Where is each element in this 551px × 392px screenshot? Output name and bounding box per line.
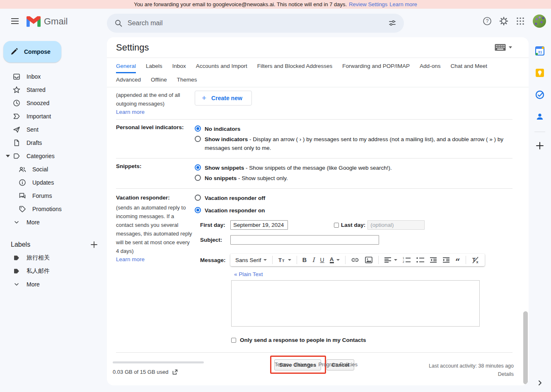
plain-text-toggle[interactable]: « Plain Text: [234, 271, 487, 277]
radio-show-snippets[interactable]: Show snippets - Show snippets of the mes…: [195, 164, 512, 172]
vacation-message-textarea[interactable]: [231, 280, 480, 327]
tasks-panel-button[interactable]: [532, 87, 548, 103]
footer-links: Terms · Privacy · Program Policies: [275, 362, 358, 368]
font-size-button[interactable]: T T: [278, 257, 291, 263]
radio-selected-icon[interactable]: [195, 164, 201, 171]
sidebar-item-forums[interactable]: Forums: [0, 189, 107, 202]
text-color-button[interactable]: A: [330, 257, 340, 263]
italic-button[interactable]: I: [312, 256, 314, 264]
vertical-scrollbar[interactable]: [523, 311, 528, 384]
sidebar-item-inbox[interactable]: Inbox: [0, 70, 107, 83]
sidebar-label-travel[interactable]: 旅行相关: [0, 251, 107, 265]
tab-themes[interactable]: Themes: [177, 77, 197, 87]
radio-icon[interactable]: [195, 175, 201, 181]
sidebar-item-label: Promotions: [32, 206, 62, 212]
important-marker-icon: [12, 112, 21, 120]
font-name-selector[interactable]: Sans Serif: [235, 257, 267, 263]
remove-formatting-button[interactable]: T x: [471, 256, 480, 264]
hide-side-panel-button[interactable]: [536, 380, 543, 386]
radio-icon[interactable]: [195, 136, 201, 142]
tab-filters[interactable]: Filters and Blocked Addresses: [257, 63, 333, 73]
main-menu-button[interactable]: [7, 13, 23, 29]
image-icon: [365, 256, 373, 264]
banner-learn-more-link[interactable]: Learn more: [389, 1, 417, 7]
calendar-panel-button[interactable]: 31: [532, 43, 548, 59]
radio-vacation-off[interactable]: Vacation responder off: [195, 194, 512, 202]
tab-labels[interactable]: Labels: [146, 63, 162, 73]
privacy-link[interactable]: Privacy: [295, 362, 312, 368]
contacts-only-checkbox[interactable]: [231, 338, 236, 343]
numbered-list-button[interactable]: 1 2: [403, 257, 411, 263]
sidebar-item-updates[interactable]: Updates: [0, 176, 107, 189]
get-addons-button[interactable]: [532, 137, 548, 154]
indent-less-button[interactable]: [430, 257, 437, 263]
create-signature-button[interactable]: + Create new: [195, 91, 252, 106]
align-button[interactable]: [384, 257, 397, 263]
tab-general[interactable]: General: [116, 63, 136, 73]
input-method-selector[interactable]: [495, 44, 512, 51]
sidebar-item-label: Drafts: [27, 139, 42, 146]
contacts-only-row[interactable]: Only send a response to people in my Con…: [231, 337, 512, 343]
terms-link[interactable]: Terms: [275, 362, 289, 368]
sidebar-item-promotions[interactable]: Promotions: [0, 202, 107, 216]
sidebar-item-more[interactable]: More: [0, 216, 107, 229]
subject-input[interactable]: [230, 235, 379, 245]
contacts-panel-button[interactable]: [532, 108, 548, 125]
open-in-new-icon[interactable]: [172, 369, 178, 375]
account-avatar[interactable]: [533, 14, 546, 28]
vacation-learn-more-link[interactable]: Learn more: [116, 256, 145, 262]
settings-button[interactable]: [495, 13, 512, 29]
radio-no-indicators[interactable]: No indicators: [195, 125, 512, 133]
search-options-button[interactable]: [384, 15, 401, 31]
collapse-arrow-icon[interactable]: [6, 155, 10, 157]
radio-show-indicators[interactable]: Show indicators - Display an arrow ( › )…: [195, 135, 512, 152]
radio-vacation-on[interactable]: Vacation responder on: [195, 206, 512, 215]
compose-button[interactable]: Compose: [3, 41, 61, 63]
search-input[interactable]: [127, 19, 384, 27]
search-bar[interactable]: [107, 14, 404, 33]
quote-button[interactable]: “: [455, 256, 460, 264]
gmail-m-icon: [27, 16, 41, 27]
sidebar-labels-more[interactable]: More: [0, 278, 107, 291]
insert-image-button[interactable]: [365, 256, 373, 264]
sidebar-item-social[interactable]: Social: [0, 163, 107, 176]
keep-panel-button[interactable]: [532, 65, 548, 81]
insert-link-button[interactable]: [351, 256, 359, 264]
sidebar-item-sent[interactable]: Sent: [0, 123, 107, 136]
signature-learn-more-link[interactable]: Learn more: [116, 109, 145, 115]
last-day-checkbox[interactable]: [334, 223, 339, 228]
tab-inbox[interactable]: Inbox: [172, 63, 186, 73]
tab-forwarding[interactable]: Forwarding and POP/IMAP: [342, 63, 410, 73]
sidebar-item-starred[interactable]: Starred: [0, 83, 107, 96]
tab-advanced[interactable]: Advanced: [116, 77, 141, 87]
first-day-input[interactable]: [230, 220, 288, 230]
radio-no-snippets[interactable]: No snippets - Show subject only.: [195, 174, 512, 183]
activity-details-link[interactable]: Details: [498, 371, 514, 377]
google-apps-button[interactable]: [512, 13, 529, 29]
radio-selected-icon[interactable]: [195, 125, 201, 132]
sidebar-item-important[interactable]: Important: [0, 110, 107, 123]
add-label-icon[interactable]: [90, 241, 98, 248]
tab-chat-and-meet[interactable]: Chat and Meet: [450, 63, 487, 73]
vacation-label-col: Vacation responder: (sends an automated …: [116, 194, 195, 348]
indent-more-button[interactable]: [442, 257, 450, 263]
tab-addons[interactable]: Add-ons: [420, 63, 440, 73]
last-day-input[interactable]: [367, 220, 425, 230]
radio-selected-icon[interactable]: [195, 207, 201, 213]
tab-accounts-and-import[interactable]: Accounts and Import: [196, 63, 247, 73]
underline-button[interactable]: U: [320, 257, 324, 263]
message-editor: Sans Serif T T: [230, 254, 487, 328]
bold-button[interactable]: B: [302, 257, 307, 263]
bulleted-list-button[interactable]: [416, 257, 424, 263]
review-settings-link[interactable]: Review Settings: [349, 1, 387, 7]
support-button[interactable]: ?: [479, 13, 495, 29]
sidebar-item-snoozed[interactable]: Snoozed: [0, 96, 107, 110]
search-button[interactable]: [110, 15, 127, 31]
sidebar-item-drafts[interactable]: Drafts: [0, 136, 107, 149]
gmail-logo[interactable]: Gmail: [27, 16, 68, 27]
sidebar-item-categories[interactable]: Categories: [0, 149, 107, 163]
radio-icon[interactable]: [195, 195, 201, 201]
sidebar-label-personal[interactable]: 私人邮件: [0, 265, 107, 278]
tab-offline[interactable]: Offline: [151, 77, 167, 87]
program-policies-link[interactable]: Program Policies: [318, 362, 357, 368]
